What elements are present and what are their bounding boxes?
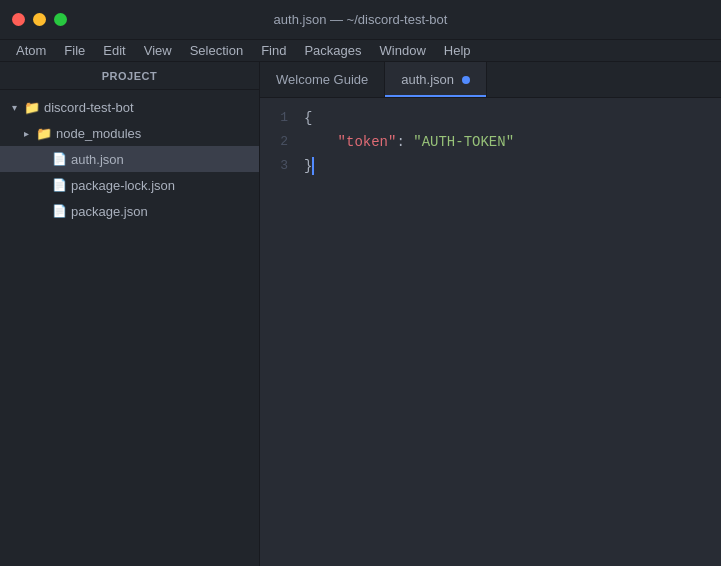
minimize-button[interactable]: [33, 13, 46, 26]
tree-item-package-lock-json[interactable]: ▸ 📄 package-lock.json: [0, 172, 259, 198]
menu-find[interactable]: Find: [253, 41, 294, 60]
file-tree: ▾ 📁 discord-test-bot ▸ 📁 node_modules ▸ …: [0, 90, 259, 228]
editor-area: Welcome Guide auth.json 1 2 3 {: [260, 62, 721, 566]
menu-packages[interactable]: Packages: [296, 41, 369, 60]
folder-icon: 📁: [24, 100, 40, 115]
menu-window[interactable]: Window: [372, 41, 434, 60]
line-number-2: 2: [260, 130, 288, 154]
tab-auth-json[interactable]: auth.json: [385, 62, 487, 97]
tab-bar: Welcome Guide auth.json: [260, 62, 721, 98]
chevron-down-icon: ▾: [8, 101, 20, 113]
tree-item-discord-test-bot[interactable]: ▾ 📁 discord-test-bot: [0, 94, 259, 120]
line-numbers: 1 2 3: [260, 98, 296, 566]
tree-item-auth-json[interactable]: ▸ 📄 auth.json: [0, 146, 259, 172]
text-cursor: [312, 157, 314, 175]
tree-item-label: package.json: [71, 204, 148, 219]
close-brace: }: [304, 154, 312, 178]
maximize-button[interactable]: [54, 13, 67, 26]
menu-edit[interactable]: Edit: [95, 41, 133, 60]
menubar: Atom File Edit View Selection Find Packa…: [0, 40, 721, 62]
menu-file[interactable]: File: [56, 41, 93, 60]
main-layout: Project ▾ 📁 discord-test-bot ▸ 📁 node_mo…: [0, 62, 721, 566]
code-editor[interactable]: 1 2 3 { "token" : "AUTH-TOKEN" }: [260, 98, 721, 566]
tab-modified-indicator: [462, 76, 470, 84]
tree-item-node-modules[interactable]: ▸ 📁 node_modules: [0, 120, 259, 146]
chevron-right-icon: ▸: [20, 127, 32, 139]
folder-icon: 📁: [36, 126, 52, 141]
file-icon: 📄: [52, 152, 67, 166]
file-icon: 📄: [52, 204, 67, 218]
tree-item-label: package-lock.json: [71, 178, 175, 193]
titlebar: auth.json — ~/discord-test-bot: [0, 0, 721, 40]
close-button[interactable]: [12, 13, 25, 26]
sidebar-header: Project: [0, 62, 259, 90]
code-line-3: }: [304, 154, 721, 178]
line-number-1: 1: [260, 106, 288, 130]
menu-view[interactable]: View: [136, 41, 180, 60]
tree-item-label: discord-test-bot: [44, 100, 134, 115]
traffic-lights: [12, 13, 67, 26]
tree-item-package-json[interactable]: ▸ 📄 package.json: [0, 198, 259, 224]
code-content[interactable]: { "token" : "AUTH-TOKEN" }: [296, 98, 721, 566]
tab-welcome-guide[interactable]: Welcome Guide: [260, 62, 385, 97]
json-key-token: "token": [338, 130, 397, 154]
open-brace: {: [304, 106, 312, 130]
file-icon: 📄: [52, 178, 67, 192]
code-line-1: {: [304, 106, 721, 130]
window-title: auth.json — ~/discord-test-bot: [274, 12, 448, 27]
menu-atom[interactable]: Atom: [8, 41, 54, 60]
sidebar: Project ▾ 📁 discord-test-bot ▸ 📁 node_mo…: [0, 62, 260, 566]
menu-help[interactable]: Help: [436, 41, 479, 60]
tree-item-label: auth.json: [71, 152, 124, 167]
tree-item-label: node_modules: [56, 126, 141, 141]
json-value-auth-token: "AUTH-TOKEN": [413, 130, 514, 154]
tab-label: auth.json: [401, 72, 454, 87]
code-line-2: "token" : "AUTH-TOKEN": [304, 130, 721, 154]
line-number-3: 3: [260, 154, 288, 178]
json-colon: :: [396, 130, 413, 154]
tab-label: Welcome Guide: [276, 72, 368, 87]
menu-selection[interactable]: Selection: [182, 41, 251, 60]
